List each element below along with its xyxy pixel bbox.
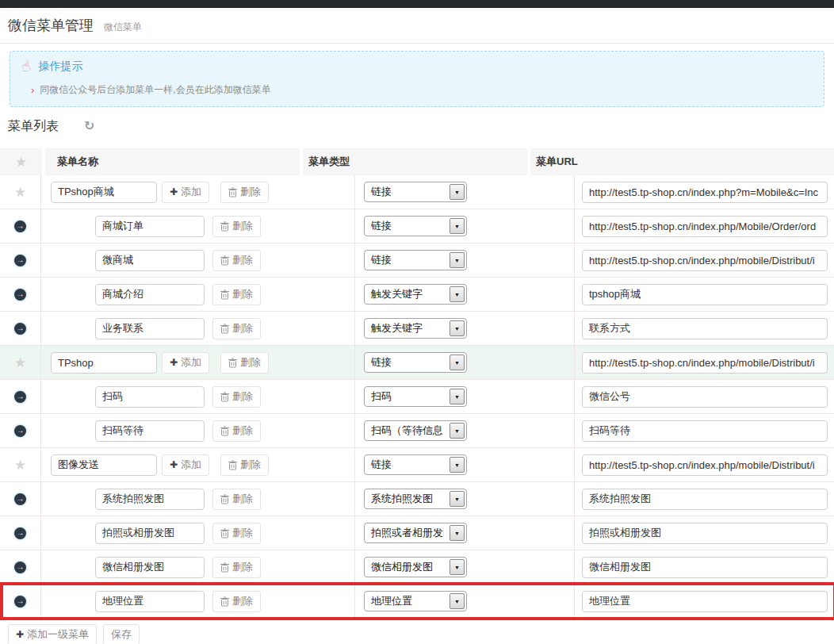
trash-icon [220,392,229,402]
row-name-cell: ✚ 添加 删除 [41,448,355,481]
delete-button[interactable]: 删除 [212,420,261,442]
delete-button[interactable]: 删除 [212,250,261,271]
delete-button[interactable]: 删除 [220,182,269,203]
dropdown-arrow-icon[interactable]: ▼ [450,457,465,473]
delete-label: 删除 [232,287,253,301]
dropdown-arrow-icon[interactable]: ▼ [450,218,465,234]
delete-button[interactable]: 删除 [212,591,261,612]
arrow-right-circle-icon: → [14,255,26,266]
menu-type-select[interactable]: 触发关键字 ▼ [364,284,467,305]
menu-name-input[interactable] [95,557,205,578]
dropdown-arrow-icon[interactable]: ▼ [450,320,465,336]
add-submenu-button[interactable]: ✚ 添加 [162,182,209,203]
add-label: 添加 [181,355,201,370]
delete-button[interactable]: 删除 [212,386,261,408]
row-type-cell: 链接 ▼ [355,175,575,209]
selected-type-label: 扫码 [365,389,392,404]
menu-url-input[interactable] [582,318,828,339]
menu-type-select[interactable]: 扫码（等待信息） ▼ [364,420,467,441]
menu-type-select[interactable]: 系统拍照发图 ▼ [364,489,467,509]
delete-button[interactable]: 删除 [212,318,261,339]
delete-button[interactable]: 删除 [220,352,269,374]
menu-type-select[interactable]: 链接 ▼ [364,216,467,236]
delete-label: 删除 [232,253,253,267]
add-submenu-button[interactable]: ✚ 添加 [162,352,209,374]
row-icon-cell: ★ → [0,278,41,311]
menu-name-input[interactable] [95,591,205,612]
menu-url-input[interactable] [582,420,828,442]
dropdown-arrow-icon[interactable]: ▼ [450,593,465,609]
table-row: ★ → ✚ 添加 删除 链接 ▼ [0,346,834,380]
menu-name-input[interactable] [95,250,205,271]
row-name-cell: ✚ 添加 删除 [41,175,355,209]
dropdown-arrow-icon[interactable]: ▼ [450,525,465,541]
dropdown-arrow-icon[interactable]: ▼ [450,559,465,575]
dropdown-arrow-icon[interactable]: ▼ [450,252,465,268]
row-type-cell: 系统拍照发图 ▼ [355,482,575,516]
menu-url-input[interactable] [582,182,828,203]
menu-type-select[interactable]: 地理位置 ▼ [364,591,467,611]
plus-icon: ✚ [170,358,178,367]
tip-line: › 同微信公众号后台添加菜单一样,会员在此添加微信菜单 [21,83,813,97]
hand-pointer-icon: ☝ [20,58,32,75]
menu-name-input[interactable] [95,386,205,408]
delete-button[interactable]: 删除 [212,557,261,578]
row-url-cell [575,585,834,618]
dropdown-arrow-icon[interactable]: ▼ [450,389,465,404]
dropdown-arrow-icon[interactable]: ▼ [450,355,465,370]
dropdown-arrow-icon[interactable]: ▼ [450,423,465,439]
menu-name-input[interactable] [95,318,205,339]
menu-name-input[interactable] [95,523,205,544]
menu-type-select[interactable]: 扫码 ▼ [364,386,467,407]
menu-type-select[interactable]: 链接 ▼ [364,250,467,270]
row-type-cell: 拍照或者相册发图 ▼ [355,516,575,550]
delete-button[interactable]: 删除 [212,284,261,305]
menu-name-input[interactable] [51,352,157,374]
menu-type-select[interactable]: 链接 ▼ [364,454,467,475]
delete-button[interactable]: 删除 [212,523,261,544]
menu-url-input[interactable] [582,591,828,612]
menu-name-input[interactable] [51,182,157,203]
row-url-cell [575,209,834,243]
delete-label: 删除 [240,185,261,199]
delete-button[interactable]: 删除 [212,489,261,510]
menu-type-select[interactable]: 拍照或者相册发图 ▼ [364,523,467,543]
menu-url-input[interactable] [582,523,828,544]
menu-url-input[interactable] [582,454,828,476]
table-row: ★ → ✚ 添加 删除 扫码（等待信息） ▼ [0,414,834,448]
selected-type-label: 微信相册发图 [365,560,433,574]
menu-name-input[interactable] [95,489,205,510]
delete-button[interactable]: 删除 [220,454,269,476]
delete-button[interactable]: 删除 [212,216,261,237]
menu-name-input[interactable] [95,420,205,442]
row-type-cell: 链接 ▼ [355,243,575,277]
menu-name-input[interactable] [95,284,205,305]
menu-type-select[interactable]: 链接 ▼ [364,182,467,202]
menu-url-input[interactable] [582,284,828,305]
menu-name-input[interactable] [51,454,157,476]
menu-url-input[interactable] [582,489,828,510]
add-top-menu-button[interactable]: ✚ 添加一级菜单 [8,624,97,644]
menu-url-input[interactable] [582,557,828,578]
row-url-cell [575,414,834,447]
arrow-right-circle-icon: → [14,493,26,505]
menu-type-select[interactable]: 触发关键字 ▼ [364,318,467,339]
menu-type-select[interactable]: 微信相册发图 ▼ [364,557,467,577]
selected-type-label: 拍照或者相册发图 [365,526,444,540]
dropdown-arrow-icon[interactable]: ▼ [450,491,465,507]
menu-url-input[interactable] [582,352,828,374]
menu-name-input[interactable] [95,216,205,237]
add-submenu-button[interactable]: ✚ 添加 [162,454,209,476]
dropdown-arrow-icon[interactable]: ▼ [450,286,465,302]
row-url-cell [575,312,834,345]
menu-url-input[interactable] [582,216,828,237]
save-button[interactable]: 保存 [103,624,140,644]
menu-list-header: 菜单列表 ↻ [8,119,834,133]
menu-url-input[interactable] [582,250,828,271]
menu-url-input[interactable] [582,386,828,408]
delete-label: 删除 [232,219,253,233]
menu-type-select[interactable]: 链接 ▼ [364,352,467,373]
table-row: ★ → ✚ 添加 删除 扫码 ▼ [0,380,834,414]
refresh-icon[interactable]: ↻ [84,120,94,132]
dropdown-arrow-icon[interactable]: ▼ [450,184,465,200]
